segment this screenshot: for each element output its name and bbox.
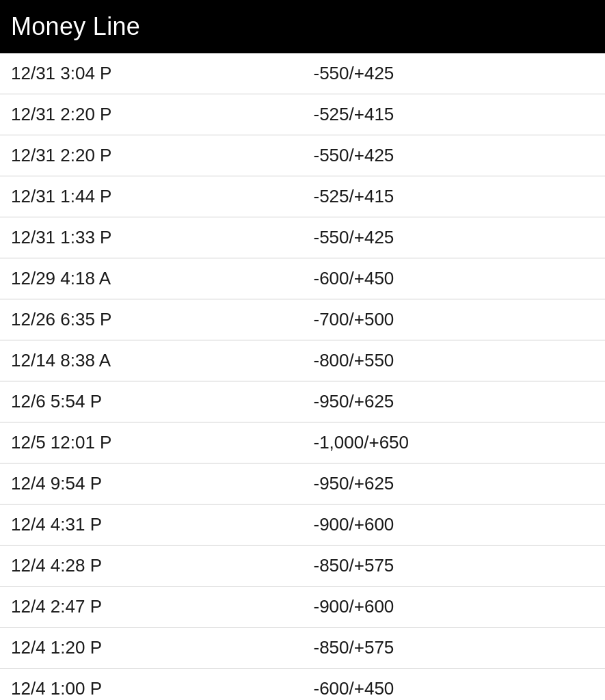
row-date: 12/14 8:38 A bbox=[0, 340, 303, 381]
table-row: 12/4 4:28 P-850/+575 bbox=[0, 546, 605, 587]
row-date: 12/4 4:28 P bbox=[0, 546, 303, 587]
table-row: 12/4 2:47 P-900/+600 bbox=[0, 587, 605, 628]
table-row: 12/29 4:18 A-600/+450 bbox=[0, 258, 605, 299]
table-row: 12/31 3:04 P-550/+425 bbox=[0, 53, 605, 94]
row-line: -525/+415 bbox=[303, 176, 606, 217]
table-row: 12/6 5:54 P-950/+625 bbox=[0, 381, 605, 422]
row-date: 12/5 12:01 P bbox=[0, 422, 303, 463]
row-line: -900/+600 bbox=[303, 587, 606, 628]
table-row: 12/4 4:31 P-900/+600 bbox=[0, 504, 605, 546]
row-date: 12/26 6:35 P bbox=[0, 299, 303, 340]
row-line: -850/+575 bbox=[303, 628, 606, 669]
table-row: 12/4 1:20 P-850/+575 bbox=[0, 628, 605, 669]
table-row: 12/14 8:38 A-800/+550 bbox=[0, 340, 605, 381]
row-line: -1,000/+650 bbox=[303, 422, 606, 463]
table-row: 12/31 2:20 P-525/+415 bbox=[0, 94, 605, 135]
row-date: 12/29 4:18 A bbox=[0, 258, 303, 299]
row-date: 12/31 1:33 P bbox=[0, 217, 303, 258]
row-line: -950/+625 bbox=[303, 463, 606, 504]
row-line: -525/+415 bbox=[303, 94, 606, 135]
table-row: 12/31 2:20 P-550/+425 bbox=[0, 135, 605, 176]
row-line: -900/+600 bbox=[303, 504, 606, 546]
row-line: -550/+425 bbox=[303, 135, 606, 176]
row-line: -600/+450 bbox=[303, 258, 606, 299]
row-date: 12/6 5:54 P bbox=[0, 381, 303, 422]
row-line: -850/+575 bbox=[303, 546, 606, 587]
row-line: -550/+425 bbox=[303, 53, 606, 94]
row-date: 12/4 4:31 P bbox=[0, 504, 303, 546]
row-line: -800/+550 bbox=[303, 340, 606, 381]
page-title: Money Line bbox=[11, 12, 140, 41]
row-line: -550/+425 bbox=[303, 217, 606, 258]
row-line: -950/+625 bbox=[303, 381, 606, 422]
row-date: 12/4 1:00 P bbox=[0, 669, 303, 701]
row-date: 12/4 2:47 P bbox=[0, 587, 303, 628]
money-line-table: 12/31 3:04 P-550/+42512/31 2:20 P-525/+4… bbox=[0, 53, 605, 700]
table-row: 12/26 6:35 P-700/+500 bbox=[0, 299, 605, 340]
table-row: 12/5 12:01 P-1,000/+650 bbox=[0, 422, 605, 463]
row-date: 12/4 1:20 P bbox=[0, 628, 303, 669]
row-date: 12/31 3:04 P bbox=[0, 53, 303, 94]
row-date: 12/31 2:20 P bbox=[0, 135, 303, 176]
row-date: 12/4 9:54 P bbox=[0, 463, 303, 504]
row-date: 12/31 1:44 P bbox=[0, 176, 303, 217]
row-line: -600/+450 bbox=[303, 669, 606, 701]
table-row: 12/4 9:54 P-950/+625 bbox=[0, 463, 605, 504]
table-row: 12/4 1:00 P-600/+450 bbox=[0, 669, 605, 701]
table-row: 12/31 1:44 P-525/+415 bbox=[0, 176, 605, 217]
table-row: 12/31 1:33 P-550/+425 bbox=[0, 217, 605, 258]
row-date: 12/31 2:20 P bbox=[0, 94, 303, 135]
row-line: -700/+500 bbox=[303, 299, 606, 340]
page-header: Money Line bbox=[0, 0, 605, 53]
